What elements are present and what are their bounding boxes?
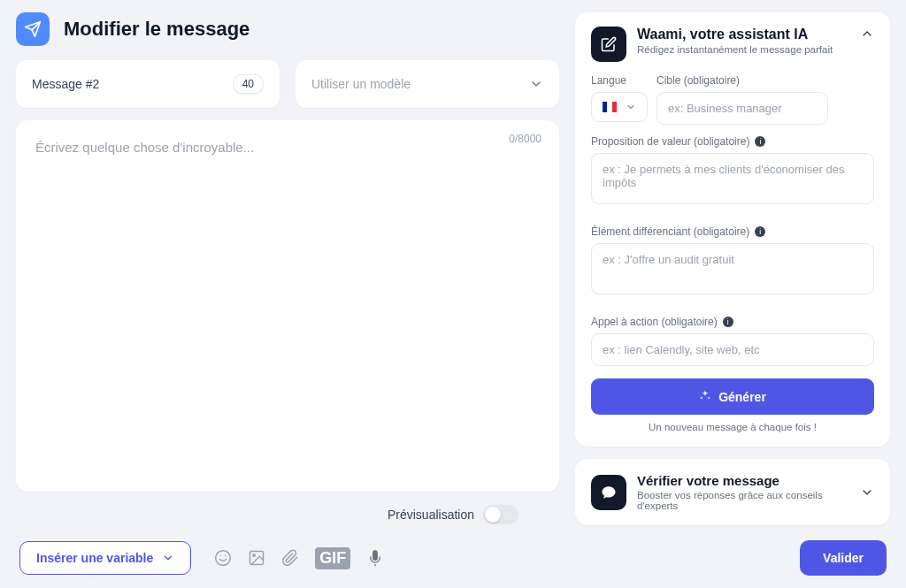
template-select[interactable]: Utiliser un modèle (296, 60, 559, 108)
info-icon[interactable]: i (755, 226, 765, 237)
ai-title: Waami, votre assistant IA (637, 27, 849, 42)
char-counter: 0/8000 (509, 133, 541, 145)
generate-note: Un nouveau message à chaque fois ! (591, 422, 874, 432)
preview-toggle[interactable] (483, 505, 518, 524)
verify-title: Vérifier votre message (637, 473, 849, 488)
prop-label: Proposition de valeur (obligatoire)i (591, 135, 874, 148)
gif-icon[interactable]: GIF (315, 547, 350, 569)
footer-bar: Prévisualisation Insérer une variable GI… (0, 500, 906, 588)
message-textarea[interactable] (35, 140, 540, 472)
chevron-down-icon (626, 102, 636, 112)
generate-button-label: Générer (718, 390, 766, 404)
chevron-down-icon (860, 485, 874, 500)
page-header: Modifier le message (16, 12, 559, 46)
langue-label: Langue (591, 74, 648, 87)
message-number-pill[interactable]: Message #2 40 (16, 60, 280, 108)
cible-label: Cible (obligatoire) (656, 74, 874, 87)
image-icon[interactable] (248, 549, 265, 567)
chevron-down-icon (529, 77, 543, 91)
diff-input[interactable] (591, 243, 874, 294)
message-count-badge: 40 (233, 74, 264, 94)
template-select-placeholder: Utiliser un modèle (311, 77, 411, 91)
language-select[interactable] (591, 92, 648, 122)
message-number-label: Message #2 (32, 77, 99, 91)
emoji-icon[interactable] (214, 549, 232, 567)
preview-label: Prévisualisation (388, 508, 474, 522)
flag-france-icon (603, 102, 617, 112)
ai-subtitle: Rédigez instantanément le message parfai… (637, 44, 849, 55)
insert-variable-label: Insérer une variable (36, 551, 153, 565)
generate-button[interactable]: Générer (591, 378, 874, 415)
sparkle-icon (699, 389, 711, 404)
info-icon[interactable]: i (755, 136, 765, 147)
prop-input[interactable] (591, 153, 874, 204)
svg-point-0 (216, 551, 231, 566)
edit-icon (591, 27, 626, 62)
chevron-down-icon (162, 552, 174, 564)
send-icon (16, 12, 50, 46)
attachment-icon[interactable] (281, 549, 299, 567)
cta-input[interactable] (591, 333, 874, 366)
message-editor: 0/8000 (16, 120, 559, 492)
chevron-up-icon[interactable] (860, 27, 874, 41)
cta-label: Appel à action (obligatoire)i (591, 316, 874, 328)
microphone-icon[interactable] (366, 549, 384, 567)
info-icon[interactable]: i (723, 317, 733, 327)
validate-button[interactable]: Valider (800, 540, 887, 576)
cible-input[interactable] (656, 92, 828, 125)
ai-assistant-panel: Waami, votre assistant IA Rédigez instan… (575, 12, 890, 447)
diff-label: Élément différenciant (obligatoire)i (591, 225, 874, 238)
insert-variable-button[interactable]: Insérer une variable (19, 541, 191, 575)
svg-point-4 (253, 554, 256, 557)
page-title: Modifier le message (64, 18, 250, 41)
